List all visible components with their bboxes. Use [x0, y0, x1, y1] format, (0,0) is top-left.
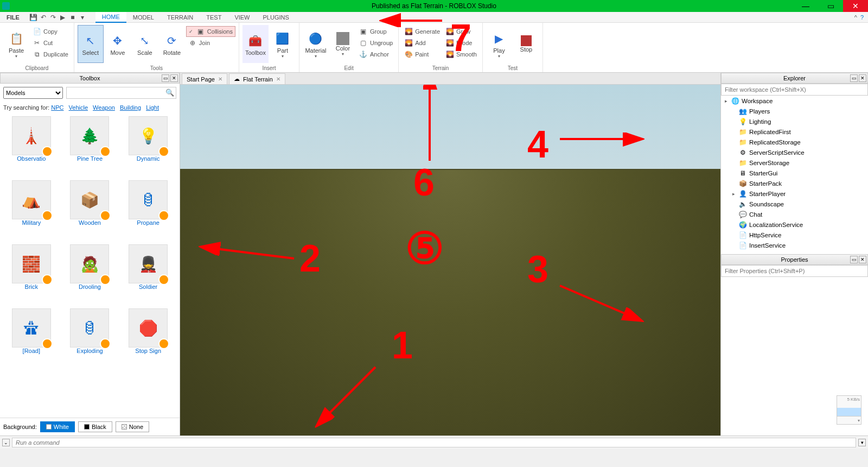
close-tab-icon[interactable]: ✕ [276, 76, 280, 82]
toolbox-button[interactable]: 🧰Toolbox [242, 25, 269, 63]
close-tab-icon[interactable]: ✕ [218, 76, 222, 82]
toolbox-asset[interactable]: 🧱Brick [3, 244, 60, 304]
toolbox-asset[interactable]: 💡Dynamic [120, 116, 176, 176]
qat-dropdown-icon[interactable]: ▾ [78, 13, 87, 22]
close-button[interactable]: ✕ [843, 0, 868, 12]
explorer-tree[interactable]: ▸🌐Workspace👥Players💡Lighting📁ReplicatedF… [721, 96, 868, 254]
command-input[interactable] [12, 438, 856, 447]
explorer-item[interactable]: ▸🌐Workspace [721, 96, 868, 106]
explorer-item[interactable]: 💡Lighting [721, 116, 868, 127]
help-icon[interactable]: ? [860, 14, 864, 21]
terrain-paint[interactable]: 🎨Paint [402, 49, 442, 60]
save-icon[interactable]: 💾 [29, 13, 38, 22]
minimize-button[interactable]: — [793, 0, 818, 12]
stop-qat-icon[interactable]: ■ [68, 13, 77, 22]
explorer-item[interactable]: 📁ServerStorage [721, 157, 868, 168]
paste-button[interactable]: 📋 Paste ▾ [3, 25, 29, 63]
suggest-link[interactable]: Vehicle [69, 104, 88, 111]
terrain-generate[interactable]: 🌄Generate [402, 26, 442, 37]
terrain-add[interactable]: 🌄Add [402, 37, 442, 48]
copy-button[interactable]: 📄Copy [30, 26, 71, 37]
tab-plugins[interactable]: PLUGINS [257, 12, 296, 23]
rotate-tool[interactable]: ⟳Rotate [159, 25, 185, 63]
explorer-close-button[interactable]: ✕ [859, 74, 866, 82]
explorer-item[interactable]: 📁ReplicatedStorage [721, 137, 868, 147]
toolbox-asset[interactable]: ⛺Military [3, 180, 60, 240]
stop-button[interactable]: Stop [513, 25, 539, 63]
part-button[interactable]: 🟦Part▾ [270, 25, 296, 63]
select-tool[interactable]: ↖Select [78, 25, 104, 63]
duplicate-button[interactable]: ⧉Duplicate [30, 49, 71, 60]
explorer-item[interactable]: 📦StarterPack [721, 178, 868, 188]
explorer-filter-input[interactable] [721, 84, 868, 96]
explorer-item[interactable]: ▸👤StarterPlayer [721, 188, 868, 199]
tab-test[interactable]: TEST [200, 12, 228, 23]
explorer-item[interactable]: 📁ReplicatedFirst [721, 127, 868, 137]
anchor-button[interactable]: ⚓Anchor [357, 49, 395, 60]
tab-home[interactable]: HOME [95, 12, 126, 23]
cut-button[interactable]: ✂Cut [30, 37, 71, 48]
toolbox-asset[interactable]: 🗼Observatio [3, 116, 60, 176]
collapse-ribbon-icon[interactable]: ^ [854, 14, 857, 21]
command-bar: ⌄ ▾ [0, 436, 868, 449]
explorer-item[interactable]: ⚙ServerScriptService [721, 147, 868, 157]
maximize-button[interactable]: ▭ [818, 0, 843, 12]
clipboard-group-label: Clipboard [3, 64, 71, 72]
join-toggle[interactable]: ⊕Join [186, 37, 235, 48]
explorer-item[interactable]: 🖥StarterGui [721, 168, 868, 178]
play-qat-icon[interactable]: ▶ [59, 13, 67, 22]
toolbox-asset[interactable]: 🛑Stop Sign [120, 308, 176, 368]
toolbox-asset[interactable]: 🛣[Road] [3, 308, 60, 368]
properties-close-button[interactable]: ✕ [859, 256, 866, 263]
explorer-item[interactable]: 📄HttpService [721, 230, 868, 240]
explorer-undock-button[interactable]: ▭ [850, 74, 858, 82]
move-tool[interactable]: ✥Move [105, 25, 131, 63]
properties-filter-input[interactable] [721, 265, 868, 277]
cmdbar-dropdown[interactable]: ▾ [858, 439, 866, 446]
search-icon[interactable]: 🔍 [165, 89, 174, 97]
suggest-link[interactable]: Building [120, 104, 141, 111]
explorer-item[interactable]: 🌍LocalizationService [721, 219, 868, 230]
scale-tool[interactable]: ⤡Scale [132, 25, 158, 63]
network-dropdown[interactable]: ▾ [837, 416, 861, 424]
group-button[interactable]: ▣Group [357, 26, 395, 37]
toolbox-asset[interactable]: 🛢Exploding [62, 308, 118, 368]
play-button[interactable]: ▶Play▾ [486, 25, 512, 63]
doctab-start[interactable]: Start Page✕ [182, 73, 227, 84]
suggest-link[interactable]: NPC [51, 104, 63, 111]
toolbox-category-select[interactable]: Models [3, 87, 63, 99]
toolbox-asset[interactable]: 🌲Pine Tree [62, 116, 118, 176]
toolbox-undock-button[interactable]: ▭ [162, 74, 169, 82]
material-button[interactable]: 🔵Material▾ [303, 25, 329, 63]
suggest-link[interactable]: Weapon [93, 104, 115, 111]
tab-model[interactable]: MODEL [126, 12, 161, 23]
toolbox-asset[interactable]: 🧟Drooling [62, 244, 118, 304]
explorer-item[interactable]: 👥Players [721, 106, 868, 116]
collisions-toggle[interactable]: ▣Collisions [186, 26, 235, 37]
bg-none-button[interactable]: None [116, 421, 149, 432]
suggest-link[interactable]: Light [146, 104, 159, 111]
redo-icon[interactable]: ↷ [49, 13, 58, 22]
explorer-item[interactable]: 💬Chat [721, 209, 868, 219]
toolbox-asset[interactable]: 🛢Propane [120, 180, 176, 240]
bg-black-button[interactable]: Black [78, 421, 112, 432]
tab-view[interactable]: VIEW [228, 12, 256, 23]
explorer-item[interactable]: 📄InsertService [721, 240, 868, 250]
color-button[interactable]: Color▾ [330, 25, 356, 63]
bg-white-button[interactable]: White [40, 421, 75, 432]
cmdbar-toggle[interactable]: ⌄ [2, 439, 10, 446]
tab-terrain[interactable]: TERRAIN [161, 12, 200, 23]
properties-undock-button[interactable]: ▭ [850, 256, 858, 263]
toolbox-search-input[interactable] [66, 87, 176, 99]
doctab-place[interactable]: ☁Flat Terrain✕ [229, 73, 285, 84]
file-menu[interactable]: FILE [0, 14, 26, 21]
ungroup-button[interactable]: ▢Ungroup [357, 37, 395, 48]
toolbox-close-button[interactable]: ✕ [170, 74, 178, 82]
undo-icon[interactable]: ↶ [39, 13, 48, 22]
paste-icon: 📋 [8, 30, 25, 47]
toolbox-asset[interactable]: 💂Soldier [120, 244, 176, 304]
document-tabs: Start Page✕ ☁Flat Terrain✕ [180, 73, 720, 85]
3d-viewport[interactable]: 1 2 3 4 ⑤ 6 [180, 85, 720, 436]
explorer-item[interactable]: 🔈Soundscape [721, 199, 868, 209]
toolbox-asset[interactable]: 📦Wooden [62, 180, 118, 240]
